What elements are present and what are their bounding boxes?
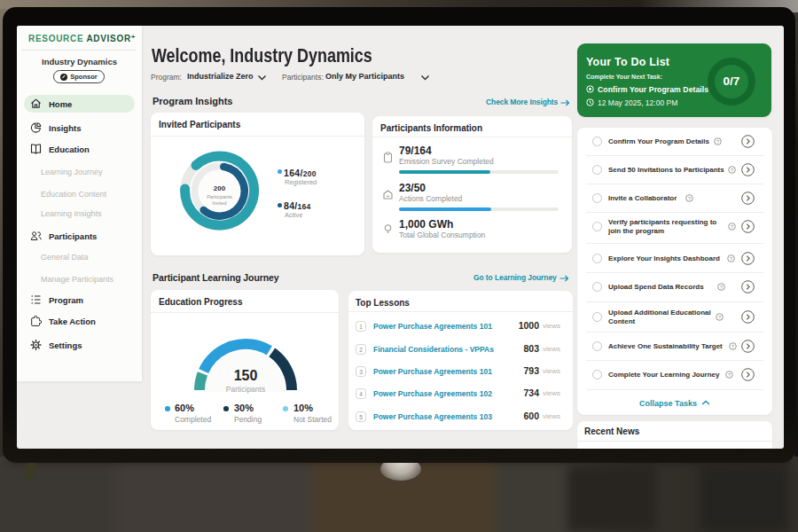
- svg-text:?: ?: [731, 168, 733, 173]
- svg-text:?: ?: [718, 315, 721, 320]
- svg-text:?: ?: [731, 224, 733, 230]
- svg-text:?: ?: [728, 372, 731, 378]
- svg-text:?: ?: [688, 196, 691, 201]
- svg-text:?: ?: [716, 139, 719, 145]
- svg-text:?: ?: [732, 344, 734, 349]
- svg-text:?: ?: [720, 285, 723, 290]
- svg-text:?: ?: [730, 256, 732, 262]
